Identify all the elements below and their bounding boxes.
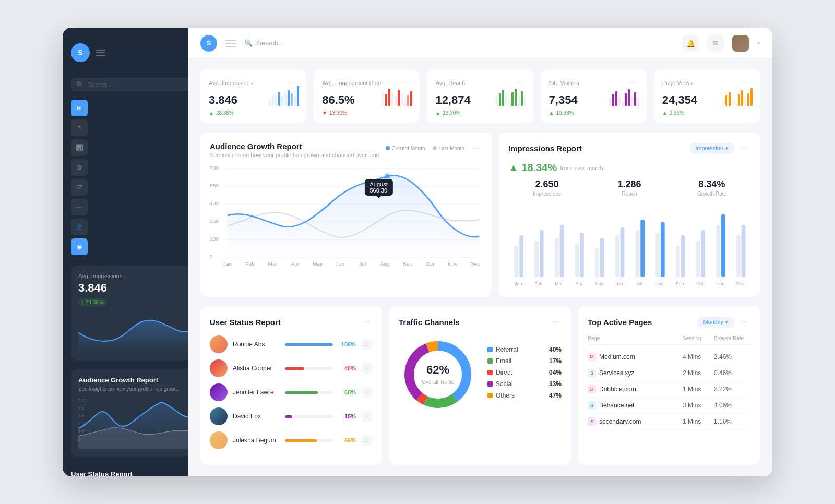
stat-reach-chart [495, 86, 526, 107]
bg-nav-settings[interactable]: ⚙ [71, 159, 88, 176]
user-avatar-img [732, 35, 749, 52]
bg-nav-list[interactable]: ≡ [71, 119, 88, 136]
bg-nav-dashboard[interactable]: ⊞ [71, 100, 88, 116]
impressions-growth-sub: from prev. month [560, 165, 603, 171]
topbar-sidebar-toggle[interactable] [225, 40, 236, 47]
bg-nav-security[interactable]: 🛡 [71, 179, 88, 196]
user-arrow-1[interactable]: › [361, 363, 373, 374]
svg-rect-95 [519, 235, 523, 277]
page-session-3: 3 Mins [683, 402, 714, 409]
svg-rect-25 [410, 91, 412, 106]
impressions-title: Impressions Report [508, 144, 582, 153]
svg-rect-10 [281, 98, 283, 106]
bg-search-icon: 🔍 [76, 81, 84, 88]
bg-nav-active[interactable]: ◉ [71, 238, 88, 255]
traffic-center-pct: 62% [422, 363, 454, 377]
bg-nav-chart[interactable]: 📊 [71, 139, 88, 156]
notification-button[interactable]: 🔔 [682, 35, 699, 52]
traffic-legend-direct: Direct 04% [487, 369, 562, 376]
user-progress-4: 66% [285, 437, 356, 443]
stat-engagement-title: Avg. Engagement Rate [322, 80, 381, 86]
impressions-growth: ▲ 18.34% from prev. month [508, 162, 750, 174]
user-avatar-0 [210, 335, 228, 353]
topbar-search[interactable]: 🔍 Search... [244, 39, 455, 47]
impressions-more[interactable]: ··· [738, 142, 750, 154]
user-bar-4 [285, 439, 333, 442]
svg-text:700: 700 [78, 398, 86, 403]
user-bar-1 [285, 367, 333, 370]
svg-text:Apr: Apr [291, 261, 300, 267]
svg-rect-17 [385, 94, 387, 106]
page-session-1: 2 Mins [683, 369, 714, 377]
user-arrow-0[interactable]: › [361, 339, 373, 350]
svg-text:Dec: Dec [470, 261, 480, 267]
bg-nav-profile[interactable]: 👤 [71, 219, 88, 235]
stat-reach-title: Avg. Reach [435, 80, 465, 86]
user-status-title: User Status Report [210, 318, 281, 327]
traffic-legend-pct-0: 40% [549, 346, 562, 353]
user-arrow-2[interactable]: › [361, 387, 373, 398]
bg-logo: S [71, 43, 90, 62]
svg-rect-109 [661, 222, 665, 277]
pages-col-rate: Browse Rate [714, 335, 750, 341]
svg-rect-14 [294, 97, 296, 106]
traffic-legend-name-0: Referral [496, 346, 518, 353]
svg-text:Aug: Aug [380, 261, 390, 267]
user-arrow-3[interactable]: › [361, 411, 373, 422]
bg-menu-icon[interactable] [96, 50, 105, 56]
bg-search[interactable]: 🔍 Search... [71, 78, 200, 91]
top-pages-more[interactable]: ··· [738, 316, 750, 328]
svg-rect-12 [288, 90, 290, 106]
message-button[interactable]: ✉ [707, 35, 724, 52]
svg-rect-51 [738, 94, 740, 106]
traffic-legend-box-2 [487, 370, 493, 375]
impressions-dropdown[interactable]: Impression ▾ [690, 143, 734, 154]
page-session-2: 1 Mins [683, 386, 714, 393]
user-avatar-3 [210, 407, 228, 425]
page-rate-2: 2.22% [714, 386, 750, 393]
svg-rect-9 [278, 92, 280, 106]
bg-search-placeholder: Search... [88, 81, 111, 88]
growth-chart-more[interactable]: ··· [470, 142, 482, 154]
svg-rect-42 [628, 89, 630, 106]
page-rate-4: 1.16% [714, 418, 750, 425]
stat-page-views: Page Views ··· 24,354 ▲ 2.36% [654, 69, 760, 123]
svg-rect-96 [534, 241, 539, 277]
page-icon-4: S [588, 417, 596, 426]
topbar-logo: S [200, 35, 217, 52]
user-name-0: Ronnie Abs [233, 341, 280, 348]
user-bar-fill-4 [285, 439, 317, 442]
page-icon-2: D [588, 385, 596, 393]
svg-rect-16 [382, 91, 384, 106]
bg-nav-items[interactable]: ⋯ [71, 199, 88, 215]
svg-rect-26 [496, 97, 498, 106]
svg-rect-6 [269, 99, 271, 106]
svg-rect-44 [634, 92, 636, 106]
user-avatar-button[interactable] [732, 35, 749, 52]
traffic-legend-name-1: Email [496, 357, 511, 365]
user-progress-1: 40% [285, 365, 356, 371]
page-name-1: Services.xyz [599, 369, 634, 377]
svg-rect-27 [499, 93, 501, 106]
traffic-body: 62% Overall Traffic Referral [399, 335, 562, 414]
svg-rect-43 [631, 97, 633, 106]
traffic-more[interactable]: ··· [549, 316, 562, 328]
topbar-search-icon: 🔍 [244, 39, 253, 47]
svg-text:Jul: Jul [637, 281, 642, 286]
stat-impressions-badge: 28.36% [216, 110, 234, 116]
growth-chart-area: 700 550 400 250 100 0 [210, 163, 482, 268]
bg-user-status: User Status Report Ronnie Abs Alisha Coo… [71, 465, 200, 476]
user-status-more[interactable]: ··· [360, 316, 373, 328]
impressions-growth-val: ▲ 18.34% [508, 162, 557, 174]
top-pages-dropdown[interactable]: Monthly ▾ [698, 317, 734, 328]
pages-col-page: Page [588, 335, 683, 341]
svg-rect-41 [625, 93, 627, 106]
stat-reach-badge: 13.30% [443, 110, 460, 116]
traffic-legend-name-2: Direct [496, 369, 512, 376]
pages-table-header: Page Session Browse Rate [588, 335, 750, 345]
impressions-stats: 2.650 Impressions 1.286 Reach 8.34% Grow… [508, 179, 750, 197]
dashboard-wrapper: S 🔍 Search... ⊞ ≡ 📊 ⚙ 🛡 ⋯ 👤 ◉ [63, 28, 772, 476]
user-arrow-4[interactable]: › [361, 435, 373, 446]
user-avatar-4 [210, 431, 228, 449]
impressions-report-card: Impressions Report Impression ▾ ··· ▲ 18… [499, 133, 760, 297]
